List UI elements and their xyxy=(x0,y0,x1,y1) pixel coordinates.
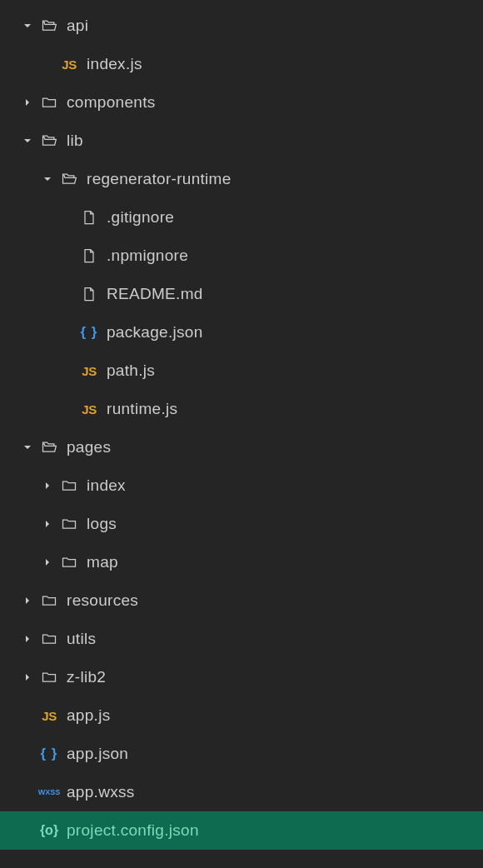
folder-utils[interactable]: utils xyxy=(0,620,483,658)
chevron-right-icon[interactable] xyxy=(20,631,35,646)
chevron-right-icon[interactable] xyxy=(20,593,35,608)
tree-item-label: .npmignore xyxy=(107,247,188,265)
chevron-right-icon[interactable] xyxy=(20,670,35,685)
folder-open-icon xyxy=(40,17,58,35)
folder-closed-icon xyxy=(40,591,58,610)
tree-item-label: api xyxy=(67,17,88,35)
tree-item-label: z-lib2 xyxy=(67,668,106,686)
folder-resources[interactable]: resources xyxy=(0,581,483,620)
tree-item-label: package.json xyxy=(107,323,203,342)
folder-logs[interactable]: logs xyxy=(0,505,483,543)
folder-open-icon xyxy=(40,438,58,456)
tree-item-label: app.js xyxy=(67,706,111,725)
folder-regenerator-runtime[interactable]: regenerator-runtime xyxy=(0,160,483,198)
folder-lib[interactable]: lib xyxy=(0,122,483,160)
folder-closed-icon xyxy=(40,630,58,648)
json-file-icon: { } xyxy=(80,323,98,342)
tree-item-label: components xyxy=(67,93,156,112)
wxss-file-icon: WXSS xyxy=(40,783,58,801)
file-app-js[interactable]: JSapp.js xyxy=(0,696,483,735)
js-file-icon: JS xyxy=(80,400,98,418)
tree-item-label: pages xyxy=(67,438,111,456)
file-runtime-js[interactable]: JSruntime.js xyxy=(0,390,483,428)
js-file-icon: JS xyxy=(80,362,98,380)
file-readme-md[interactable]: README.md xyxy=(0,275,483,313)
folder-closed-icon xyxy=(40,93,58,112)
tree-item-label: logs xyxy=(87,515,117,533)
chevron-right-icon[interactable] xyxy=(40,478,55,493)
tree-item-label: regenerator-runtime xyxy=(87,170,232,188)
tree-item-label: app.json xyxy=(67,745,128,763)
tree-item-label: resources xyxy=(67,591,138,610)
file-icon xyxy=(80,208,98,227)
file-path-js[interactable]: JSpath.js xyxy=(0,352,483,390)
file-package-json[interactable]: { }package.json xyxy=(0,313,483,352)
tree-item-label: path.js xyxy=(107,362,155,380)
file-icon xyxy=(80,247,98,265)
file-npmignore[interactable]: .npmignore xyxy=(0,237,483,275)
chevron-down-icon[interactable] xyxy=(20,440,35,455)
chevron-right-icon[interactable] xyxy=(20,95,35,110)
tree-item-label: index.js xyxy=(87,55,142,73)
tree-item-label: runtime.js xyxy=(107,400,177,418)
folder-pages[interactable]: pages xyxy=(0,428,483,466)
folder-closed-icon xyxy=(60,553,78,571)
tree-item-label: README.md xyxy=(107,285,203,303)
folder-closed-icon xyxy=(60,515,78,533)
js-file-icon: JS xyxy=(60,55,78,73)
tree-item-label: .gitignore xyxy=(107,208,174,227)
folder-open-icon xyxy=(60,170,78,188)
folder-closed-icon xyxy=(60,476,78,495)
chevron-down-icon[interactable] xyxy=(40,172,55,187)
folder-z-lib2[interactable]: z-lib2 xyxy=(0,658,483,696)
tree-item-label: map xyxy=(87,553,118,571)
file-app-json[interactable]: { }app.json xyxy=(0,735,483,773)
file-project-config-json[interactable]: {o}project.config.json xyxy=(0,811,483,850)
tree-item-label: index xyxy=(87,476,126,495)
tree-item-label: lib xyxy=(67,132,83,150)
folder-open-icon xyxy=(40,132,58,150)
file-icon xyxy=(80,285,98,303)
file-explorer-tree: apiJSindex.jscomponentslibregenerator-ru… xyxy=(0,7,483,850)
tree-item-label: utils xyxy=(67,630,96,648)
chevron-down-icon[interactable] xyxy=(20,133,35,148)
file-app-wxss[interactable]: WXSSapp.wxss xyxy=(0,773,483,811)
folder-api[interactable]: api xyxy=(0,7,483,45)
json-file-icon: { } xyxy=(40,745,58,763)
chevron-down-icon[interactable] xyxy=(20,18,35,33)
json-file-icon: {o} xyxy=(40,821,58,840)
js-file-icon: JS xyxy=(40,706,58,725)
folder-map[interactable]: map xyxy=(0,543,483,581)
tree-item-label: project.config.json xyxy=(67,821,199,840)
tree-item-label: app.wxss xyxy=(67,783,135,801)
folder-closed-icon xyxy=(40,668,58,686)
file-gitignore[interactable]: .gitignore xyxy=(0,198,483,237)
folder-index[interactable]: index xyxy=(0,466,483,505)
chevron-right-icon[interactable] xyxy=(40,516,55,531)
file-index-js[interactable]: JSindex.js xyxy=(0,45,483,83)
chevron-right-icon[interactable] xyxy=(40,555,55,570)
folder-components[interactable]: components xyxy=(0,83,483,122)
